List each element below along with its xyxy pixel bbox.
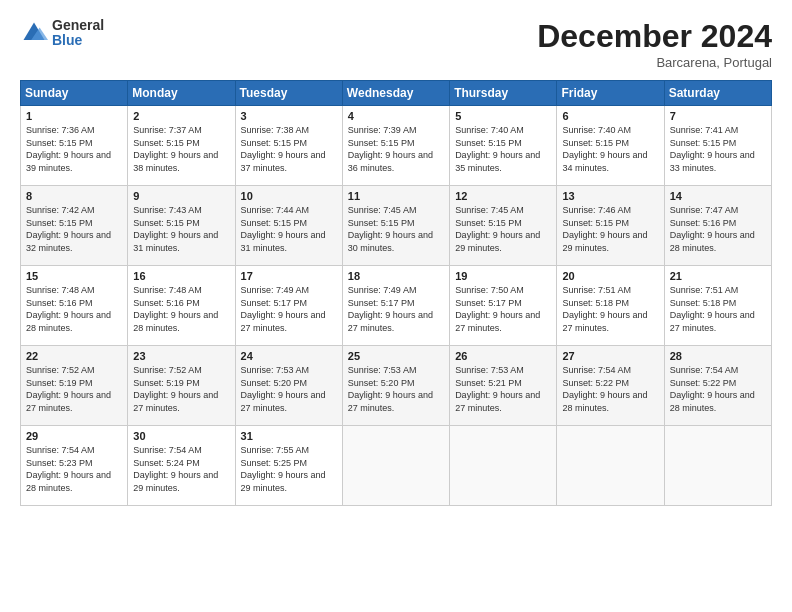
day-info: Sunrise: 7:54 AMSunset: 5:24 PMDaylight:…	[133, 444, 229, 494]
day-number: 30	[133, 430, 229, 442]
day-number: 11	[348, 190, 444, 202]
col-thursday: Thursday	[450, 81, 557, 106]
table-cell: 29Sunrise: 7:54 AMSunset: 5:23 PMDayligh…	[21, 426, 128, 506]
day-number: 15	[26, 270, 122, 282]
day-info: Sunrise: 7:43 AMSunset: 5:15 PMDaylight:…	[133, 204, 229, 254]
logo-general: General	[52, 18, 104, 33]
col-monday: Monday	[128, 81, 235, 106]
day-info: Sunrise: 7:48 AMSunset: 5:16 PMDaylight:…	[26, 284, 122, 334]
table-cell: 27Sunrise: 7:54 AMSunset: 5:22 PMDayligh…	[557, 346, 664, 426]
table-cell	[664, 426, 771, 506]
table-cell: 9Sunrise: 7:43 AMSunset: 5:15 PMDaylight…	[128, 186, 235, 266]
header: General Blue December 2024 Barcarena, Po…	[20, 18, 772, 70]
table-cell: 28Sunrise: 7:54 AMSunset: 5:22 PMDayligh…	[664, 346, 771, 426]
day-number: 6	[562, 110, 658, 122]
month-title: December 2024	[537, 18, 772, 55]
table-cell	[557, 426, 664, 506]
day-number: 20	[562, 270, 658, 282]
table-cell: 26Sunrise: 7:53 AMSunset: 5:21 PMDayligh…	[450, 346, 557, 426]
calendar-body: 1Sunrise: 7:36 AMSunset: 5:15 PMDaylight…	[21, 106, 772, 506]
day-info: Sunrise: 7:42 AMSunset: 5:15 PMDaylight:…	[26, 204, 122, 254]
calendar-row: 1Sunrise: 7:36 AMSunset: 5:15 PMDaylight…	[21, 106, 772, 186]
table-cell: 24Sunrise: 7:53 AMSunset: 5:20 PMDayligh…	[235, 346, 342, 426]
day-number: 12	[455, 190, 551, 202]
day-number: 28	[670, 350, 766, 362]
calendar-row: 15Sunrise: 7:48 AMSunset: 5:16 PMDayligh…	[21, 266, 772, 346]
day-number: 4	[348, 110, 444, 122]
table-cell: 19Sunrise: 7:50 AMSunset: 5:17 PMDayligh…	[450, 266, 557, 346]
location: Barcarena, Portugal	[537, 55, 772, 70]
table-cell: 22Sunrise: 7:52 AMSunset: 5:19 PMDayligh…	[21, 346, 128, 426]
day-info: Sunrise: 7:54 AMSunset: 5:23 PMDaylight:…	[26, 444, 122, 494]
day-info: Sunrise: 7:38 AMSunset: 5:15 PMDaylight:…	[241, 124, 337, 174]
col-tuesday: Tuesday	[235, 81, 342, 106]
day-number: 27	[562, 350, 658, 362]
table-cell: 11Sunrise: 7:45 AMSunset: 5:15 PMDayligh…	[342, 186, 449, 266]
day-info: Sunrise: 7:53 AMSunset: 5:20 PMDaylight:…	[348, 364, 444, 414]
day-number: 10	[241, 190, 337, 202]
table-cell: 25Sunrise: 7:53 AMSunset: 5:20 PMDayligh…	[342, 346, 449, 426]
table-cell: 1Sunrise: 7:36 AMSunset: 5:15 PMDaylight…	[21, 106, 128, 186]
day-number: 29	[26, 430, 122, 442]
day-number: 25	[348, 350, 444, 362]
day-number: 31	[241, 430, 337, 442]
table-cell: 3Sunrise: 7:38 AMSunset: 5:15 PMDaylight…	[235, 106, 342, 186]
col-saturday: Saturday	[664, 81, 771, 106]
day-info: Sunrise: 7:55 AMSunset: 5:25 PMDaylight:…	[241, 444, 337, 494]
calendar-row: 29Sunrise: 7:54 AMSunset: 5:23 PMDayligh…	[21, 426, 772, 506]
col-sunday: Sunday	[21, 81, 128, 106]
table-cell: 31Sunrise: 7:55 AMSunset: 5:25 PMDayligh…	[235, 426, 342, 506]
table-cell: 15Sunrise: 7:48 AMSunset: 5:16 PMDayligh…	[21, 266, 128, 346]
day-number: 7	[670, 110, 766, 122]
col-friday: Friday	[557, 81, 664, 106]
page: General Blue December 2024 Barcarena, Po…	[0, 0, 792, 612]
table-cell: 6Sunrise: 7:40 AMSunset: 5:15 PMDaylight…	[557, 106, 664, 186]
table-cell: 7Sunrise: 7:41 AMSunset: 5:15 PMDaylight…	[664, 106, 771, 186]
day-number: 1	[26, 110, 122, 122]
day-number: 8	[26, 190, 122, 202]
day-info: Sunrise: 7:52 AMSunset: 5:19 PMDaylight:…	[133, 364, 229, 414]
day-info: Sunrise: 7:52 AMSunset: 5:19 PMDaylight:…	[26, 364, 122, 414]
day-info: Sunrise: 7:40 AMSunset: 5:15 PMDaylight:…	[562, 124, 658, 174]
table-cell: 23Sunrise: 7:52 AMSunset: 5:19 PMDayligh…	[128, 346, 235, 426]
table-cell: 30Sunrise: 7:54 AMSunset: 5:24 PMDayligh…	[128, 426, 235, 506]
logo-blue: Blue	[52, 33, 104, 48]
table-cell: 14Sunrise: 7:47 AMSunset: 5:16 PMDayligh…	[664, 186, 771, 266]
day-info: Sunrise: 7:53 AMSunset: 5:21 PMDaylight:…	[455, 364, 551, 414]
day-info: Sunrise: 7:44 AMSunset: 5:15 PMDaylight:…	[241, 204, 337, 254]
day-number: 21	[670, 270, 766, 282]
table-cell: 17Sunrise: 7:49 AMSunset: 5:17 PMDayligh…	[235, 266, 342, 346]
day-info: Sunrise: 7:36 AMSunset: 5:15 PMDaylight:…	[26, 124, 122, 174]
day-number: 5	[455, 110, 551, 122]
day-number: 24	[241, 350, 337, 362]
day-number: 2	[133, 110, 229, 122]
day-info: Sunrise: 7:46 AMSunset: 5:15 PMDaylight:…	[562, 204, 658, 254]
header-row: Sunday Monday Tuesday Wednesday Thursday…	[21, 81, 772, 106]
day-number: 17	[241, 270, 337, 282]
table-cell: 16Sunrise: 7:48 AMSunset: 5:16 PMDayligh…	[128, 266, 235, 346]
day-number: 3	[241, 110, 337, 122]
day-info: Sunrise: 7:37 AMSunset: 5:15 PMDaylight:…	[133, 124, 229, 174]
table-cell	[450, 426, 557, 506]
day-info: Sunrise: 7:45 AMSunset: 5:15 PMDaylight:…	[455, 204, 551, 254]
day-info: Sunrise: 7:54 AMSunset: 5:22 PMDaylight:…	[562, 364, 658, 414]
logo-icon	[20, 19, 48, 47]
day-number: 9	[133, 190, 229, 202]
table-cell: 20Sunrise: 7:51 AMSunset: 5:18 PMDayligh…	[557, 266, 664, 346]
calendar-header: Sunday Monday Tuesday Wednesday Thursday…	[21, 81, 772, 106]
table-cell	[342, 426, 449, 506]
day-number: 16	[133, 270, 229, 282]
day-number: 14	[670, 190, 766, 202]
day-info: Sunrise: 7:51 AMSunset: 5:18 PMDaylight:…	[562, 284, 658, 334]
day-info: Sunrise: 7:51 AMSunset: 5:18 PMDaylight:…	[670, 284, 766, 334]
table-cell: 5Sunrise: 7:40 AMSunset: 5:15 PMDaylight…	[450, 106, 557, 186]
day-info: Sunrise: 7:40 AMSunset: 5:15 PMDaylight:…	[455, 124, 551, 174]
day-number: 19	[455, 270, 551, 282]
day-info: Sunrise: 7:45 AMSunset: 5:15 PMDaylight:…	[348, 204, 444, 254]
day-number: 26	[455, 350, 551, 362]
table-cell: 18Sunrise: 7:49 AMSunset: 5:17 PMDayligh…	[342, 266, 449, 346]
day-info: Sunrise: 7:54 AMSunset: 5:22 PMDaylight:…	[670, 364, 766, 414]
table-cell: 2Sunrise: 7:37 AMSunset: 5:15 PMDaylight…	[128, 106, 235, 186]
day-number: 13	[562, 190, 658, 202]
title-block: December 2024 Barcarena, Portugal	[537, 18, 772, 70]
